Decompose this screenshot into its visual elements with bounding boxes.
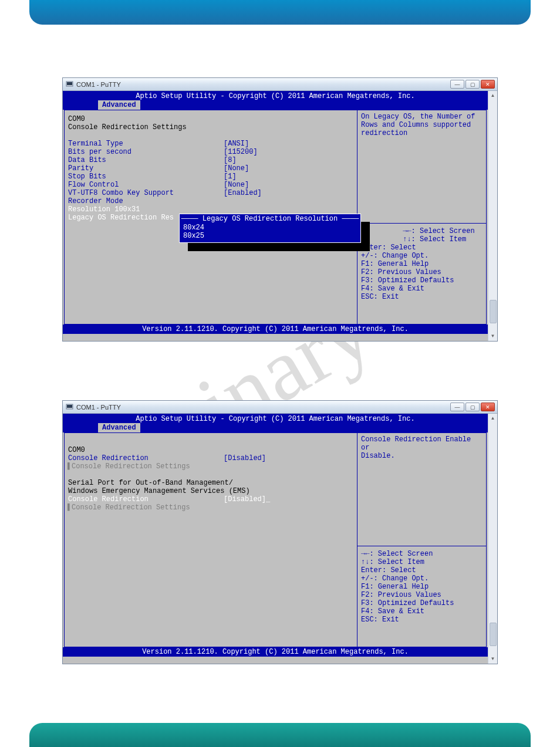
tab-advanced[interactable]: Advanced: [98, 423, 140, 432]
nav-help-line: F3: Optimized Defaults: [361, 276, 483, 285]
submenu-marker-icon: ▌: [68, 462, 72, 471]
maximize-button[interactable]: ▢: [465, 403, 480, 411]
setting-label: Data Bits: [68, 156, 224, 164]
nav-help-line: F2: Previous Values: [361, 591, 483, 599]
putty-icon: [65, 403, 73, 411]
bios-header: Aptio Setup Utility - Copyright (C) 2011…: [63, 414, 488, 423]
nav-help-line: F1: General Help: [361, 583, 483, 591]
nav-help-line: +/-: Change Opt.: [361, 252, 483, 260]
setting-value: [1]: [224, 173, 237, 181]
bios-tab-row: Advanced: [63, 423, 488, 432]
setting-value: [ANSI]: [224, 140, 249, 148]
submenu-row-disabled: ▌Console Redirection Settings: [68, 462, 353, 471]
setting-label: Flow Control: [68, 181, 224, 189]
popup-option[interactable]: 80x25: [180, 232, 360, 240]
setting-value: [Disabled]: [224, 454, 266, 462]
scroll-up-icon[interactable]: ▲: [489, 92, 497, 100]
setting-value: [None]: [224, 164, 249, 173]
window-title: COM1 - PuTTY: [76, 81, 121, 88]
window-controls: — ▢ ✕: [450, 403, 495, 411]
scroll-up-icon[interactable]: ▲: [489, 414, 497, 422]
help-text-line: redirection: [361, 129, 483, 137]
bios-left-pane: COM0 Console Redirection Settings Termin…: [65, 110, 357, 324]
setting-label: Resolution 100x31: [68, 205, 224, 214]
bios-help-pane: Console Redirection Enable or Disable. →…: [357, 433, 486, 647]
setting-row[interactable]: Terminal Type[ANSI]: [68, 140, 353, 148]
close-button[interactable]: ✕: [481, 80, 495, 89]
page-header-banner: [29, 0, 531, 25]
scroll-down-icon[interactable]: ▼: [489, 655, 497, 663]
nav-help-line: Enter: Select: [361, 566, 483, 574]
titlebar[interactable]: COM1 - PuTTY — ▢ ✕: [63, 78, 497, 91]
nav-help-line: F1: General Help: [361, 260, 483, 268]
putty-icon: [65, 80, 73, 89]
setting-value: [8]: [224, 156, 237, 164]
popup-option-selected[interactable]: 80x24: [180, 224, 360, 232]
submenu-row-disabled: ▌Console Redirection Settings: [68, 503, 353, 512]
nav-help-line: F3: Optimized Defaults: [361, 599, 483, 607]
crs-heading: Console Redirection Settings: [68, 123, 353, 131]
submenu-label: Console Redirection Settings: [72, 462, 190, 471]
page-footer-banner: [29, 723, 531, 747]
minimize-button[interactable]: —: [450, 403, 464, 411]
scroll-thumb[interactable]: [490, 623, 497, 646]
bios-tab-row: Advanced: [63, 100, 488, 110]
cursor: _: [266, 495, 270, 503]
setting-value: [Enabled]: [224, 189, 262, 197]
minimize-button[interactable]: —: [450, 80, 464, 89]
setting-row[interactable]: VT-UTF8 Combo Key Support[Enabled]: [68, 189, 353, 197]
svg-rect-3: [67, 405, 72, 408]
help-text-line: Rows and Columns supported: [361, 121, 483, 129]
help-text-line: Disable.: [361, 452, 483, 460]
setting-label: Terminal Type: [68, 140, 224, 148]
scroll-thumb[interactable]: [490, 300, 497, 323]
nav-help-line: ↑↓: Select Item: [361, 235, 483, 244]
setting-row[interactable]: Flow Control[None]: [68, 181, 353, 189]
setting-value: [Disabled]: [224, 495, 266, 503]
titlebar[interactable]: COM1 - PuTTY — ▢ ✕: [63, 401, 497, 414]
setting-label: Parity: [68, 164, 224, 173]
bios-header: Aptio Setup Utility - Copyright (C) 2011…: [63, 91, 488, 100]
tab-advanced[interactable]: Advanced: [98, 100, 140, 110]
bios-footer: Version 2.11.1210. Copyright (C) 2011 Am…: [63, 647, 488, 657]
nav-help-line: F4: Save & Exit: [361, 285, 483, 293]
vertical-scrollbar[interactable]: ▲ ▼: [488, 414, 497, 664]
setting-row[interactable]: Recorder Mode: [68, 197, 353, 205]
nav-help-line: →←: Select Screen: [361, 227, 483, 235]
terminal-content[interactable]: Aptio Setup Utility - Copyright (C) 2011…: [63, 91, 488, 341]
nav-help-line: ESC: Exit: [361, 616, 483, 624]
setting-row[interactable]: Data Bits[8]: [68, 156, 353, 164]
setting-label: Console Redirection: [68, 495, 224, 503]
vertical-scrollbar[interactable]: ▲ ▼: [488, 91, 497, 341]
section-heading: Windows Emergency Management Services (E…: [68, 487, 353, 495]
setting-label: Stop Bits: [68, 173, 224, 181]
popup-title-text: Legacy OS Redirection Resolution: [203, 215, 338, 223]
com0-heading: COM0: [68, 115, 353, 123]
window-title: COM1 - PuTTY: [76, 404, 121, 411]
nav-help-line: →←: Select Screen: [361, 550, 483, 558]
setting-row[interactable]: Bits per second[115200]: [68, 148, 353, 156]
setting-row-selected[interactable]: Console Redirection[Disabled]_: [68, 495, 353, 503]
help-text-line: On Legacy OS, the Number of: [361, 113, 483, 121]
help-text-line: Console Redirection Enable or: [361, 435, 483, 452]
nav-help-line: +/-: Change Opt.: [361, 574, 483, 583]
scroll-down-icon[interactable]: ▼: [489, 332, 497, 340]
maximize-button[interactable]: ▢: [465, 80, 480, 89]
bios-left-pane: COM0 Console Redirection[Disabled] ▌Cons…: [65, 433, 357, 647]
nav-help-line: F2: Previous Values: [361, 268, 483, 276]
submenu-marker-icon: ▌: [68, 503, 72, 512]
svg-rect-1: [67, 82, 72, 85]
nav-help-line: ESC: Exit: [361, 293, 483, 301]
com0-heading: COM0: [68, 446, 353, 454]
bios-help-pane: On Legacy OS, the Number of Rows and Col…: [357, 110, 486, 324]
setting-row[interactable]: Parity[None]: [68, 164, 353, 173]
nav-help-line: Enter: Select: [361, 244, 483, 252]
nav-help-line: ↑↓: Select Item: [361, 558, 483, 566]
nav-help-line: F4: Save & Exit: [361, 607, 483, 616]
setting-row[interactable]: Stop Bits[1]: [68, 173, 353, 181]
setting-row[interactable]: Console Redirection[Disabled]: [68, 454, 353, 462]
setting-row-selected[interactable]: Resolution 100x31: [68, 205, 353, 214]
terminal-content[interactable]: Aptio Setup Utility - Copyright (C) 2011…: [63, 414, 488, 664]
close-button[interactable]: ✕: [481, 403, 495, 411]
setting-value: [115200]: [224, 148, 258, 156]
